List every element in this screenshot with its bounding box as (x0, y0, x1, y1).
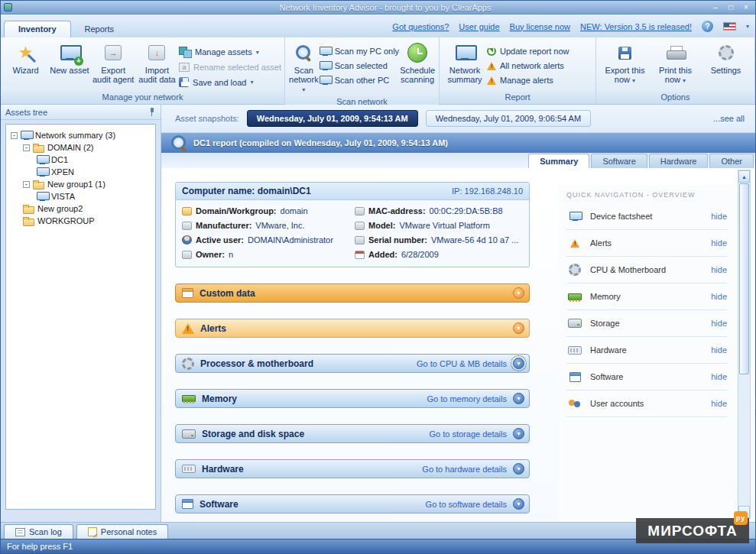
quick-nav-item-user-accounts[interactable]: User accounts hide (566, 390, 727, 417)
scan-network-button[interactable]: Scan network ▾ (288, 40, 320, 96)
pin-icon[interactable] (148, 108, 156, 116)
new-version-link[interactable]: NEW: Version 3.5 is released! (580, 22, 692, 31)
software-details-link[interactable]: Go to software details (426, 500, 507, 509)
section-alerts[interactable]: ! Alerts ▾ (175, 319, 530, 338)
hide-link[interactable]: hide (711, 319, 727, 328)
snapshot-button-previous[interactable]: Wednesday, July 01, 2009, 9:06:54 AM (426, 110, 591, 127)
hardware-details-link[interactable]: Go to hardware details (422, 465, 507, 474)
group-label-manage: Manage your network (1, 92, 284, 104)
tree-expander[interactable]: - (23, 181, 30, 188)
tree-item-new-group1[interactable]: - New group1 (1) (9, 178, 152, 190)
close-button[interactable]: × (741, 2, 751, 12)
tree-item-network-summary[interactable]: - Network summary (3) (9, 129, 152, 141)
device-icon (569, 212, 581, 221)
quick-nav-item-storage[interactable]: Storage hide (566, 310, 727, 337)
section-hardware[interactable]: Hardware Go to hardware details ▾ (175, 459, 530, 478)
save-and-load-button[interactable]: Save and load ▾ (179, 77, 281, 87)
chevron-down-icon[interactable]: ▾ (746, 23, 749, 30)
software-icon (182, 499, 193, 509)
scan-my-pc-button[interactable]: Scan my PC only (320, 47, 399, 56)
section-storage[interactable]: Storage and disk space Go to storage det… (175, 424, 530, 443)
manage-alerts-button[interactable]: ! Manage alerts (487, 76, 569, 85)
section-memory[interactable]: Memory Go to memory details ▾ (175, 389, 530, 408)
hide-link[interactable]: hide (711, 265, 727, 274)
software-icon (569, 372, 581, 382)
wizard-button[interactable]: ★ Wizard (4, 40, 47, 76)
tree-item-vista[interactable]: VISTA (9, 190, 152, 202)
see-all-link[interactable]: ...see all (713, 114, 745, 123)
import-audit-data-button[interactable]: ↓ Import audit data (135, 40, 179, 86)
storage-details-link[interactable]: Go to storage details (429, 429, 507, 439)
section-software[interactable]: Software Go to software details ▾ (175, 494, 530, 514)
got-questions-link[interactable]: Got questions? (392, 22, 449, 31)
section-processor[interactable]: Processor & motherboard Go to CPU & MB d… (175, 354, 530, 373)
scrollbar-thumb[interactable] (739, 183, 749, 374)
quick-nav-item-software[interactable]: Software hide (566, 364, 727, 390)
section-chevron-button[interactable]: ▾ (513, 358, 524, 369)
section-chevron-button[interactable]: ▾ (513, 287, 524, 299)
quick-nav-item-hardware[interactable]: Hardware hide (566, 337, 727, 364)
quick-nav-item-memory[interactable]: Memory hide (566, 283, 727, 310)
scan-selected-button[interactable]: Scan selected (320, 61, 399, 70)
user-guide-link[interactable]: User guide (459, 22, 499, 31)
rename-selected-asset-button[interactable]: a Rename selected asset (179, 63, 281, 72)
tree-item-workgroup[interactable]: WORKGROUP (9, 215, 152, 227)
hide-link[interactable]: hide (711, 238, 727, 248)
manage-assets-button[interactable]: Manage assets ▾ (179, 47, 281, 57)
serial-icon (355, 236, 365, 245)
tree-item-domain[interactable]: - DOMAIN (2) (9, 141, 152, 154)
tree-item-new-group2[interactable]: New group2 (9, 202, 152, 215)
quick-nav-item-cpu[interactable]: CPU & Motherboard hide (566, 257, 727, 283)
scrollbar-track[interactable] (738, 375, 750, 506)
scroll-up-button[interactable]: ▲ (738, 170, 750, 183)
snapshot-button-current[interactable]: Wednesday, July 01, 2009, 9:54:13 AM (247, 110, 418, 127)
schedule-scanning-button[interactable]: Schedule scanning (399, 40, 436, 86)
tree-expander[interactable]: - (11, 132, 18, 139)
tab-reports[interactable]: Reports (71, 21, 128, 37)
network-summary-button[interactable]: Network summary (443, 40, 487, 86)
section-chevron-button[interactable]: ▾ (513, 498, 524, 510)
tab-hardware[interactable]: Hardware (649, 154, 709, 168)
section-custom-data[interactable]: Custom data ▾ (175, 283, 530, 303)
maximize-button[interactable]: □ (725, 2, 736, 12)
gear-icon (569, 264, 581, 276)
tree-item-dc1[interactable]: DC1 (9, 154, 152, 166)
update-report-button[interactable]: Update report now (487, 47, 569, 56)
cpu-details-link[interactable]: Go to CPU & MB details (417, 359, 507, 368)
help-icon[interactable]: ? (702, 21, 713, 32)
personal-notes-tab[interactable]: Personal notes (76, 524, 168, 539)
hide-link[interactable]: hide (711, 292, 727, 301)
export-this-now-button[interactable]: Export this now ▾ (603, 40, 647, 87)
export-audit-agent-button[interactable]: → Export audit agent (92, 40, 135, 86)
hide-link[interactable]: hide (711, 345, 727, 355)
quick-nav-item-alerts[interactable]: ! Alerts hide (566, 230, 727, 257)
hardware-icon (182, 465, 196, 473)
tree-expander[interactable]: - (23, 144, 30, 151)
hide-link[interactable]: hide (711, 399, 727, 408)
memory-details-link[interactable]: Go to memory details (427, 394, 507, 403)
hide-link[interactable]: hide (711, 212, 727, 221)
scan-log-tab[interactable]: Scan log (4, 524, 73, 539)
new-asset-button[interactable]: + New asset (47, 40, 91, 76)
tab-summary[interactable]: Summary (528, 154, 589, 168)
all-network-alerts-button[interactable]: ! All network alerts (487, 61, 569, 70)
section-chevron-button[interactable]: ▾ (513, 393, 524, 404)
print-this-now-button[interactable]: Print this now ▾ (654, 40, 698, 87)
buy-license-link[interactable]: Buy license now (510, 22, 571, 31)
section-chevron-button[interactable]: ▾ (513, 322, 524, 334)
section-chevron-button[interactable]: ▾ (513, 428, 524, 439)
tab-inventory[interactable]: Inventory (4, 21, 71, 37)
minimize-button[interactable]: – (710, 2, 721, 12)
header-links: Got questions? User guide Buy license no… (392, 21, 749, 32)
tab-other[interactable]: Other (709, 154, 754, 168)
tree-item-xpen[interactable]: XPEN (9, 166, 152, 178)
hide-link[interactable]: hide (711, 372, 727, 381)
quick-nav-item-device-factsheet[interactable]: Device factsheet hide (566, 203, 727, 230)
language-flag-icon[interactable] (723, 22, 736, 31)
scan-other-pc-button[interactable]: Scan other PC (320, 76, 399, 85)
section-chevron-button[interactable]: ▾ (513, 463, 524, 475)
settings-button[interactable]: Settings (704, 40, 748, 76)
tab-software[interactable]: Software (591, 154, 647, 168)
vertical-scrollbar[interactable]: ▲ ▼ (738, 170, 751, 519)
computer-ip: IP: 192.168.248.10 (452, 186, 523, 196)
